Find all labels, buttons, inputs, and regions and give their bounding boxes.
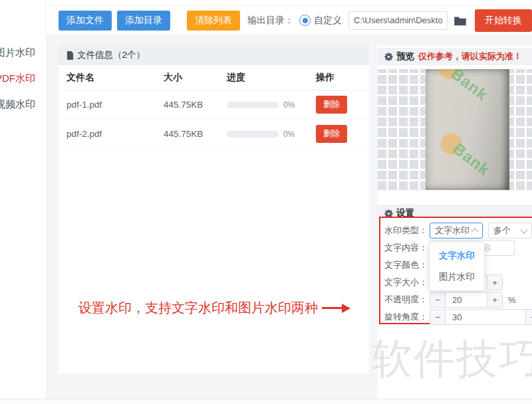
delete-button[interactable]: 删除 xyxy=(316,125,347,143)
progress-bar xyxy=(227,102,279,108)
footer-strip xyxy=(0,399,532,404)
custom-radio[interactable] xyxy=(299,15,311,26)
watermark-type-select[interactable]: 文字水印 xyxy=(430,223,483,239)
sidebar-item-video-watermark[interactable]: 视频水印 xyxy=(0,97,46,123)
custom-radio-label: 自定义 xyxy=(314,15,342,27)
opacity-stepper: − 20 + xyxy=(430,292,503,308)
progress-percent: 0% xyxy=(283,130,295,139)
add-file-button[interactable]: 添加文件 xyxy=(59,11,112,31)
arrow-right-icon xyxy=(322,304,350,313)
preview-area: Bank Bank xyxy=(378,69,532,190)
settings-highlight-box: 水印类型： 文字水印 多个 文字内容： 文字颜色： 文字大小： xyxy=(379,217,532,324)
document-icon xyxy=(66,51,74,60)
add-directory-button[interactable]: 添加目录 xyxy=(117,11,170,31)
chevron-down-icon xyxy=(520,226,527,233)
watermark-type-label: 水印类型： xyxy=(384,225,430,237)
increase-button[interactable]: + xyxy=(487,274,503,290)
preview-notice: 仅作参考，请以实际为准！ xyxy=(418,50,522,62)
decrease-button[interactable]: − xyxy=(430,292,446,308)
text-size-label: 文字大小： xyxy=(384,276,430,288)
delete-button[interactable]: 删除 xyxy=(316,96,347,114)
sidebar-item-pdf-watermark[interactable]: PDF水印 xyxy=(0,71,46,97)
folder-icon[interactable] xyxy=(454,15,467,26)
col-progress: 进度 xyxy=(227,72,316,84)
sidebar-item-image-watermark[interactable]: 图片水印 xyxy=(0,45,46,71)
watermark-sample: Bank xyxy=(434,69,492,106)
file-info-header: 文件信息（2个） xyxy=(59,45,369,65)
progress-percent: 0% xyxy=(283,100,295,110)
opacity-unit: % xyxy=(508,295,516,305)
sidebar: 图片水印 PDF水印 视频水印 xyxy=(0,0,47,399)
increase-button[interactable]: + xyxy=(487,292,503,308)
file-size: 445.75KB xyxy=(164,129,227,139)
progress-bar xyxy=(227,131,279,138)
watermark-type-row: 水印类型： 文字水印 多个 xyxy=(384,223,532,239)
opacity-value[interactable]: 20 xyxy=(446,292,487,308)
watermark-text: Bank xyxy=(448,69,492,104)
dropdown-option-text-watermark[interactable]: 文字水印 xyxy=(430,245,484,266)
file-name: pdf-2.pdf xyxy=(59,129,164,139)
annotation-text: 设置水印，支持文字水印和图片水印两种 xyxy=(78,299,318,317)
output-path-input[interactable] xyxy=(348,11,448,30)
watermark-mode-value: 多个 xyxy=(493,225,511,237)
app-window: 添加文件 添加目录 清除列表 输出目录： 自定义 开始转换 图片水印 PDF水印… xyxy=(0,0,532,404)
watermark-sample: Bank xyxy=(436,129,494,181)
watermark-type-value: 文字水印 xyxy=(435,225,469,237)
col-action: 操作 xyxy=(316,72,369,84)
gear-icon xyxy=(384,52,393,61)
chevron-up-icon xyxy=(471,228,478,235)
toolbar: 添加文件 添加目录 清除列表 输出目录： 自定义 开始转换 xyxy=(47,5,532,35)
right-panel: 预览 仅作参考，请以实际为准！ Bank Bank 设置 xyxy=(378,45,532,399)
text-color-label: 文字颜色： xyxy=(384,259,430,271)
output-directory-group: 输出目录： 自定义 开始转换 xyxy=(247,9,532,32)
dropdown-option-image-watermark[interactable]: 图片水印 xyxy=(430,266,484,288)
annotation: 设置水印，支持文字水印和图片水印两种 xyxy=(78,299,350,317)
file-name: pdf-1.pdf xyxy=(59,100,164,110)
preview-header: 预览 仅作参考，请以实际为准！ xyxy=(378,48,532,65)
opacity-row: 不透明度： − 20 + % xyxy=(384,292,532,308)
preview-title: 预览 xyxy=(396,50,414,62)
watermark-text: Bank xyxy=(450,140,494,180)
decrease-button[interactable]: − xyxy=(430,309,446,325)
table-row: pdf-1.pdf 445.75KB 0% 删除 xyxy=(59,90,369,120)
rotation-value[interactable]: 30 xyxy=(446,309,525,325)
file-info-title: 文件信息（2个） xyxy=(77,49,145,61)
watermark-mode-select[interactable]: 多个 xyxy=(488,223,532,239)
start-convert-button[interactable]: 开始转换 xyxy=(475,9,532,32)
table-header-row: 文件名 大小 进度 操作 xyxy=(59,65,369,90)
rotation-stepper: − 30 + xyxy=(430,309,532,325)
col-filename: 文件名 xyxy=(59,72,164,84)
file-info-panel: 文件信息（2个） 文件名 大小 进度 操作 pdf-1.pdf 445.75KB… xyxy=(59,45,369,373)
clear-list-button[interactable]: 清除列表 xyxy=(187,11,240,31)
document-preview: Bank Bank xyxy=(426,69,509,190)
output-directory-label: 输出目录： xyxy=(247,15,294,27)
increase-button[interactable]: + xyxy=(525,309,532,325)
file-size: 445.75KB xyxy=(164,100,227,110)
rotation-label: 旋转角度： xyxy=(384,311,430,323)
col-size: 大小 xyxy=(164,72,227,84)
watermark-type-dropdown: 文字水印 图片水印 xyxy=(429,242,485,291)
table-row: pdf-2.pdf 445.75KB 0% 删除 xyxy=(59,120,369,149)
rotation-row: 旋转角度： − 30 + xyxy=(384,309,532,325)
text-content-label: 文字内容： xyxy=(384,242,430,254)
opacity-label: 不透明度： xyxy=(384,294,430,306)
